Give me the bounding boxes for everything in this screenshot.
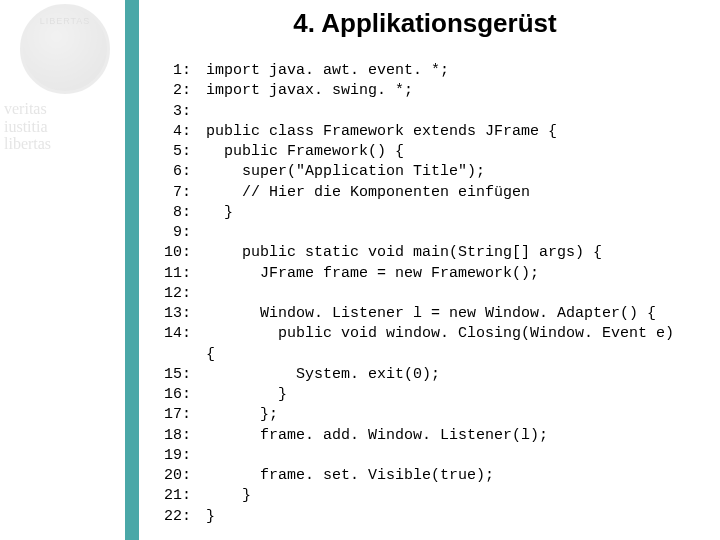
line-number: 19 [148,446,182,466]
line-colon: : [182,284,197,304]
code-line: 17: }; [148,405,710,425]
line-number: 10 [148,243,182,263]
line-number: 7 [148,183,182,203]
code-text: Window. Listener l = new Window. Adapter… [197,304,656,324]
motto-line-3: libertas [4,135,51,153]
code-line: 21: } [148,486,710,506]
code-line: 13: Window. Listener l = new Window. Ada… [148,304,710,324]
line-colon: : [182,183,197,203]
line-number: 21 [148,486,182,506]
code-text: public void window. Closing(Window. Even… [197,324,674,344]
line-colon: : [182,203,197,223]
motto-line-2: iustitia [4,118,51,136]
code-text: System. exit(0); [197,365,440,385]
line-number: 9 [148,223,182,243]
line-colon: : [182,142,197,162]
slide-title: 4. Applikationsgerüst [140,8,710,39]
slide-content: 4. Applikationsgerüst 1: import java. aw… [140,0,720,527]
line-colon [182,345,197,365]
code-text [197,284,206,304]
code-line: 22: } [148,507,710,527]
code-line: 5: public Framework() { [148,142,710,162]
motto-line-1: veritas [4,100,51,118]
code-text: public Framework() { [197,142,404,162]
line-number: 18 [148,426,182,446]
line-colon: : [182,324,197,344]
code-line: 2: import javax. swing. *; [148,81,710,101]
code-text: JFrame frame = new Framework(); [197,264,539,284]
crest-seal: LIBERTAS [20,4,110,94]
code-text: { [197,345,215,365]
line-number: 17 [148,405,182,425]
code-line: 10: public static void main(String[] arg… [148,243,710,263]
code-text [197,446,206,466]
line-number: 6 [148,162,182,182]
line-colon: : [182,162,197,182]
line-number [148,345,182,365]
code-line: 20: frame. set. Visible(true); [148,466,710,486]
code-text: public class Framework extends JFrame { [197,122,557,142]
line-colon: : [182,446,197,466]
code-listing: 1: import java. awt. event. *;2: import … [148,61,710,527]
code-text: } [197,507,215,527]
code-line: 4: public class Framework extends JFrame… [148,122,710,142]
line-colon: : [182,385,197,405]
code-text: import java. awt. event. *; [197,61,449,81]
code-line: 16: } [148,385,710,405]
code-text: } [197,203,233,223]
code-line: 9: [148,223,710,243]
code-line: 6: super("Application Title"); [148,162,710,182]
line-colon: : [182,304,197,324]
code-text: }; [197,405,278,425]
line-colon: : [182,405,197,425]
code-line: 8: } [148,203,710,223]
vertical-accent-bar [125,0,139,540]
code-text: public static void main(String[] args) { [197,243,602,263]
crest-motto: veritas iustitia libertas [0,100,51,153]
line-number: 16 [148,385,182,405]
line-number: 3 [148,102,182,122]
line-colon: : [182,102,197,122]
crest-banner-text: LIBERTAS [40,16,91,26]
line-number: 1 [148,61,182,81]
code-line: 11: JFrame frame = new Framework(); [148,264,710,284]
line-colon: : [182,365,197,385]
code-line: 19: [148,446,710,466]
line-number: 5 [148,142,182,162]
line-colon: : [182,486,197,506]
line-number: 11 [148,264,182,284]
code-text: } [197,385,287,405]
code-line: 15: System. exit(0); [148,365,710,385]
code-text: } [197,486,251,506]
line-colon: : [182,466,197,486]
code-text [197,223,206,243]
code-text: import javax. swing. *; [197,81,413,101]
line-number: 14 [148,324,182,344]
code-line: 14: public void window. Closing(Window. … [148,324,710,344]
code-line: 12: [148,284,710,304]
line-colon: : [182,426,197,446]
code-line: 1: import java. awt. event. *; [148,61,710,81]
line-colon: : [182,223,197,243]
code-text: frame. add. Window. Listener(l); [197,426,548,446]
line-number: 20 [148,466,182,486]
line-number: 12 [148,284,182,304]
code-text: frame. set. Visible(true); [197,466,494,486]
line-number: 22 [148,507,182,527]
line-colon: : [182,122,197,142]
line-colon: : [182,243,197,263]
line-number: 15 [148,365,182,385]
line-number: 13 [148,304,182,324]
sidebar-crest: LIBERTAS veritas iustitia libertas [0,0,130,540]
line-number: 8 [148,203,182,223]
code-line: 3: [148,102,710,122]
line-colon: : [182,81,197,101]
code-line: 18: frame. add. Window. Listener(l); [148,426,710,446]
code-text [197,102,206,122]
line-colon: : [182,264,197,284]
line-number: 4 [148,122,182,142]
line-colon: : [182,507,197,527]
code-text: super("Application Title"); [197,162,485,182]
code-line: 7: // Hier die Komponenten einfügen [148,183,710,203]
line-colon: : [182,61,197,81]
